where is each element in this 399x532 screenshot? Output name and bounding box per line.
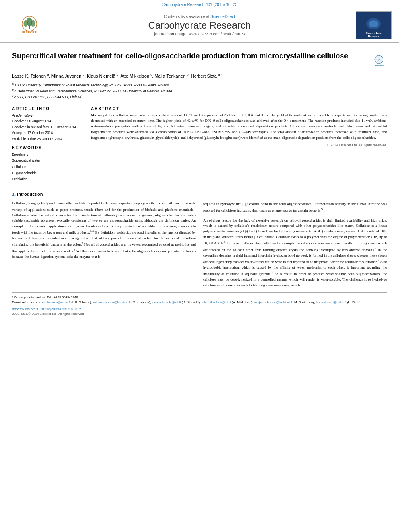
article-title-area: Supercritical water treatment for cello-… <box>12 51 387 69</box>
keyword-3: Oligosaccharide <box>12 170 84 176</box>
email-link-tenkanen[interactable]: maija.tenkanen@helsinki.fi <box>254 300 292 304</box>
journal-header: ELSEVIER Contents lists available at Sci… <box>0 8 399 43</box>
history-label: Article history: <box>12 113 84 118</box>
introduction-body: Cellulose, being globally and abundantly… <box>12 201 387 288</box>
article-history: Article history: Received 28 August 2014… <box>12 113 84 142</box>
email-footnote: E-mail addresses: lasse.tolonen@aalto.fi… <box>12 300 387 305</box>
footnotes-section: * Corresponding author. Tel.: +358 50384… <box>12 292 387 316</box>
email-label: E-mail addresses: <box>12 300 38 304</box>
corresponding-author-note: * Corresponding author. Tel.: +358 50384… <box>12 295 387 300</box>
available-online-date: Available online 25 October 2014 <box>12 136 84 142</box>
affiliation-a: a a Aalto University, Department of Fore… <box>12 82 387 88</box>
email-link-tolonen[interactable]: lasse.tolonen@aalto.fi <box>39 300 70 304</box>
email-link-mikkelson[interactable]: atte.mikkelson@vtt.fi <box>202 300 231 304</box>
journal-homepage: journal homepage: www.elsevier.com/locat… <box>51 32 348 36</box>
abstract-column: ABSTRACT Microcrystalline cellulose was … <box>91 107 387 183</box>
affiliation-b: b b Department of Food and Environmental… <box>12 88 387 94</box>
intro-col-2: required to hydrolyze the β-glucosidic b… <box>203 201 387 288</box>
elsevier-logo: ELSEVIER <box>11 15 47 35</box>
svg-text:Carbohydrate: Carbohydrate <box>366 32 382 34</box>
keyword-4: Prebiotics <box>12 176 84 182</box>
journal-logo-svg: Carbohydrate Research <box>356 12 391 39</box>
introduction-section: 1. Introduction Cellulose, being globall… <box>12 192 387 288</box>
keywords-label: Keywords: <box>12 146 84 150</box>
svg-point-9 <box>369 20 378 27</box>
email-link-niemela[interactable]: klaus.niemela@vtt.fi <box>152 300 181 304</box>
affiliations: a a Aalto University, Department of Fore… <box>12 82 387 100</box>
science-direct-line: Contents lists available at ScienceDirec… <box>51 14 348 19</box>
science-direct-link[interactable]: ScienceDirect <box>210 14 235 19</box>
article-info-column: ARTICLE INFO Article history: Received 2… <box>12 107 84 183</box>
article-title-text: Supercritical water treatment for cello-… <box>12 51 371 61</box>
keyword-1: Supercritical water <box>12 158 84 164</box>
journal-logo-box: Carbohydrate Research <box>356 11 392 39</box>
journal-ref-link[interactable]: Carbohydrate Research 401 (2015) 16–23 <box>162 2 237 7</box>
intro-text-2: required to hydrolyze the β-glucosidic b… <box>203 201 387 214</box>
keywords-list: Biorefinery Supercritical water Cellulos… <box>12 152 84 182</box>
journal-ref-bar: Carbohydrate Research 401 (2015) 16–23 <box>0 0 399 8</box>
svg-point-2 <box>23 20 28 27</box>
issn-line: 0008-6215/© 2014 Elsevier Ltd. All right… <box>12 312 387 316</box>
elsevier-logo-area: ELSEVIER <box>7 15 51 35</box>
intro-text-1: Cellulose, being globally and abundantly… <box>12 201 196 260</box>
keyword-0: Biorefinery <box>12 152 84 158</box>
journal-title: Carbohydrate Research <box>51 20 348 31</box>
header-divider <box>12 103 387 103</box>
section-title: Introduction <box>17 192 43 197</box>
svg-rect-4 <box>29 25 30 28</box>
contents-label: Contents lists available at <box>164 14 209 19</box>
section-number: 1. <box>12 192 16 197</box>
email-link-sixta[interactable]: herbert.sixta@aalto.fi <box>316 300 346 304</box>
intro-text-3: An obvious reason for the lack of extens… <box>203 218 387 288</box>
introduction-heading: 1. Introduction <box>12 192 387 197</box>
doi-line: http://dx.doi.org/10.1016/j.carres.2014.… <box>12 307 387 311</box>
abstract-label: ABSTRACT <box>91 107 387 111</box>
abstract-divider <box>12 186 387 186</box>
accepted-date: Accepted 17 October 2014 <box>12 130 84 136</box>
svg-text:Research: Research <box>368 35 379 37</box>
article-info-label: ARTICLE INFO <box>12 107 84 111</box>
article-info-abstract-area: ARTICLE INFO Article history: Received 2… <box>12 107 387 183</box>
main-content: Supercritical water treatment for cello-… <box>0 43 399 320</box>
abstract-text: Microcrystalline cellulose was treated i… <box>91 113 387 141</box>
received-revised-date: Received in revised form 15 October 2014 <box>12 124 84 130</box>
journal-logo-area: Carbohydrate Research <box>348 11 392 39</box>
authors-line: Lasse K. Tolonen a, Minna Juvonen b, Kla… <box>12 72 387 80</box>
svg-text:CrossMark: CrossMark <box>374 64 384 67</box>
svg-text:ELSEVIER: ELSEVIER <box>22 31 37 34</box>
received-date: Received 28 August 2014 <box>12 118 84 124</box>
intro-col-1: Cellulose, being globally and abundantly… <box>12 201 196 288</box>
crossmark-badge[interactable]: ✓ CrossMark <box>371 53 387 69</box>
journal-header-center: Contents lists available at ScienceDirec… <box>51 14 348 36</box>
affiliation-c: c c VTT, PO Box 1000, FI-02044 VTT, Finl… <box>12 94 387 100</box>
svg-point-3 <box>31 20 35 27</box>
svg-text:✓: ✓ <box>377 58 380 62</box>
email-link-juvonen[interactable]: minna.juvonen@helsinki.fi <box>93 300 130 304</box>
copyright-line: © 2014 Elsevier Ltd. All rights reserved… <box>91 143 387 147</box>
page: Carbohydrate Research 401 (2015) 16–23 E… <box>0 0 399 532</box>
keyword-2: Cellulose <box>12 164 84 170</box>
keywords-section: Keywords: Biorefinery Supercritical wate… <box>12 146 84 182</box>
doi-link[interactable]: http://dx.doi.org/10.1016/j.carres.2014.… <box>12 307 81 311</box>
